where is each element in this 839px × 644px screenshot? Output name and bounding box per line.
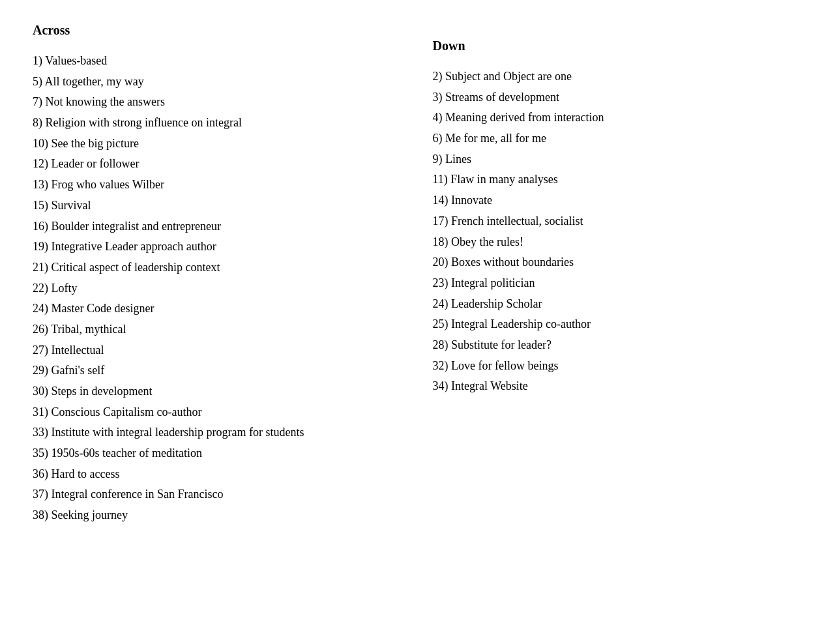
down-clue: 3) Streams of development [433,88,807,108]
down-clue: 14) Innovate [433,191,807,211]
across-column: Across 1) Values-based5) All together, m… [33,20,407,527]
down-column: Down 2) Subject and Object are one3) Str… [433,20,807,527]
down-clue: 9) Lines [433,150,807,169]
across-title: Across [33,20,407,41]
across-clue: 16) Boulder integralist and entrepreneur [33,217,407,237]
across-clue: 1) Values-based [33,51,407,71]
down-clue: 2) Subject and Object are one [433,67,807,87]
down-clue: 20) Boxes without boundaries [433,253,807,272]
across-clue: 13) Frog who values Wilber [33,175,407,195]
down-clue: 11) Flaw in many analyses [433,170,807,190]
across-clue: 22) Lofty [33,279,407,299]
down-section: Down 2) Subject and Object are one3) Str… [433,35,807,396]
down-clue: 23) Integral politician [433,274,807,293]
across-clue: 31) Conscious Capitalism co-author [33,403,407,422]
across-clue: 33) Institute with integral leadership p… [33,423,407,443]
across-clue: 15) Survival [33,196,407,216]
down-title: Down [433,35,807,57]
down-clue: 34) Integral Website [433,377,807,396]
down-clue: 4) Meaning derived from interaction [433,108,807,128]
across-clue: 5) All together, my way [33,72,407,92]
across-clue: 8) Religion with strong influence on int… [33,113,407,133]
across-clue: 38) Seeking journey [33,506,407,525]
down-clue: 6) Me for me, all for me [433,129,807,149]
across-clue: 35) 1950s-60s teacher of meditation [33,444,407,463]
down-clue: 25) Integral Leadership co-author [433,315,807,334]
across-clues-list: 1) Values-based5) All together, my way7)… [33,51,407,525]
across-clue: 36) Hard to access [33,465,407,484]
down-clues-list: 2) Subject and Object are one3) Streams … [433,67,807,396]
across-clue: 37) Integral conference in San Francisco [33,485,407,505]
across-clue: 29) Gafni's self [33,361,407,381]
down-clue: 28) Substitute for leader? [433,336,807,355]
down-clue: 17) French intellectual, socialist [433,212,807,231]
across-clue: 21) Critical aspect of leadership contex… [33,258,407,278]
across-clue: 26) Tribal, mythical [33,320,407,340]
down-clue: 18) Obey the rules! [433,233,807,252]
down-clue: 24) Leadership Scholar [433,295,807,314]
down-clue: 32) Love for fellow beings [433,357,807,376]
across-clue: 27) Intellectual [33,341,407,360]
across-clue: 24) Master Code designer [33,299,407,319]
clues-container: Across 1) Values-based5) All together, m… [33,20,806,527]
across-clue: 19) Integrative Leader approach author [33,237,407,257]
across-clue: 30) Steps in development [33,382,407,402]
across-clue: 10) See the big picture [33,134,407,154]
across-clue: 12) Leader or follower [33,154,407,174]
across-clue: 7) Not knowing the answers [33,93,407,112]
